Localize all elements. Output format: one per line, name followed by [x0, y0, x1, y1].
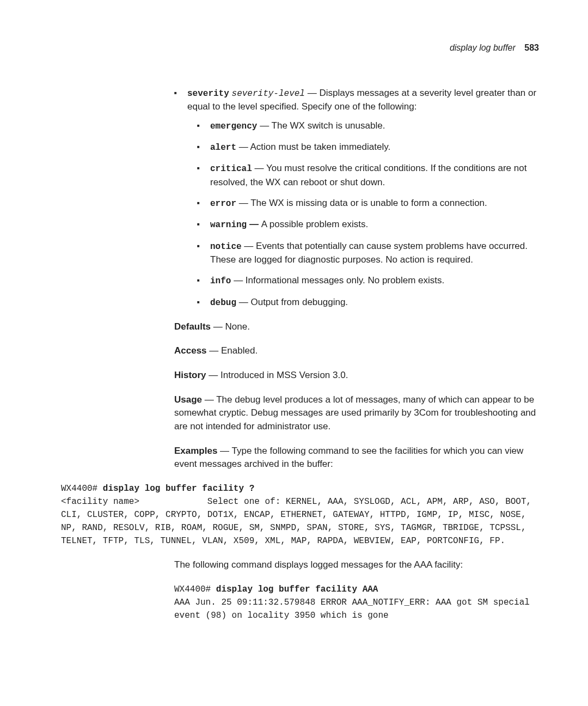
- level-sep: —: [247, 219, 261, 229]
- level-keyword: notice: [210, 242, 242, 252]
- severity-list: severity severity-level — Displays messa…: [174, 87, 539, 309]
- page-header: display log buffer 583: [61, 41, 539, 54]
- list-item: debug — Output from debugging.: [197, 296, 539, 309]
- defaults-label: Defaults: [174, 321, 211, 332]
- history-label: History: [174, 370, 206, 380]
- access-label: Access: [174, 345, 207, 356]
- access-value: — Enabled.: [207, 345, 258, 356]
- command-text: display log buffer facility AAA: [216, 585, 378, 594]
- list-item: emergency — The WX switch is unusable.: [197, 119, 539, 133]
- header-title: display log buffer: [450, 43, 516, 52]
- level-text: A possible problem exists.: [261, 219, 369, 229]
- level-text: — You must resolve the critical conditio…: [210, 163, 526, 187]
- command-output: <facility name> Select one of: KERNEL, A…: [61, 497, 537, 546]
- list-item: severity severity-level — Displays messa…: [174, 87, 539, 309]
- level-keyword: emergency: [210, 121, 257, 131]
- list-item: warning — A possible problem exists.: [197, 218, 539, 232]
- examples-label: Examples: [174, 446, 217, 456]
- level-keyword: warning: [210, 220, 247, 230]
- command-prompt: WX4400#: [61, 484, 103, 494]
- list-item: critical — You must resolve the critical…: [197, 162, 539, 189]
- followup-text: The following command displays logged me…: [174, 558, 539, 572]
- list-item: info — Informational messages only. No p…: [197, 274, 539, 288]
- defaults-para: Defaults — None.: [174, 320, 539, 334]
- level-text: — The WX is missing data or is unable to…: [236, 198, 487, 208]
- header-page-number: 583: [524, 43, 539, 52]
- list-item: error — The WX is missing data or is una…: [197, 197, 539, 210]
- severity-levels-list: emergency — The WX switch is unusable. a…: [197, 119, 539, 309]
- command-2-block: WX4400# display log buffer facility AAA …: [174, 583, 539, 622]
- level-text: — The WX switch is unusable.: [257, 120, 385, 131]
- examples-para: Examples — Type the following command to…: [174, 445, 539, 471]
- usage-value: — The debug level produces a lot of mess…: [174, 394, 536, 431]
- access-para: Access — Enabled.: [174, 344, 539, 358]
- command-1-block: WX4400# display log buffer facility ? <f…: [61, 482, 539, 547]
- level-text: — Output from debugging.: [236, 297, 348, 307]
- level-text: — Informational messages only. No proble…: [231, 275, 444, 285]
- command-text: display log buffer facility ?: [103, 484, 254, 494]
- severity-keyword: severity: [187, 89, 229, 99]
- level-keyword: error: [210, 199, 236, 209]
- level-keyword: debug: [210, 298, 236, 308]
- history-value: — Introduced in MSS Version 3.0.: [206, 370, 348, 380]
- list-item: notice — Events that potentially can cau…: [197, 240, 539, 267]
- level-keyword: critical: [210, 164, 252, 174]
- history-para: History — Introduced in MSS Version 3.0.: [174, 369, 539, 382]
- severity-arg: severity-level: [232, 89, 305, 99]
- command-prompt: WX4400#: [174, 585, 216, 594]
- list-item: alert — Action must be taken immediately…: [197, 141, 539, 154]
- usage-label: Usage: [174, 394, 202, 405]
- level-text: — Action must be taken immediately.: [236, 142, 390, 152]
- command-output: AAA Jun. 25 09:11:32.579848 ERROR AAA_NO…: [174, 598, 535, 620]
- examples-value: — Type the following command to see the …: [174, 446, 523, 470]
- level-text: — Events that potentially can cause syst…: [210, 241, 528, 265]
- level-keyword: info: [210, 276, 231, 286]
- usage-para: Usage — The debug level produces a lot o…: [174, 393, 539, 434]
- defaults-value: — None.: [211, 321, 250, 332]
- level-keyword: alert: [210, 143, 236, 153]
